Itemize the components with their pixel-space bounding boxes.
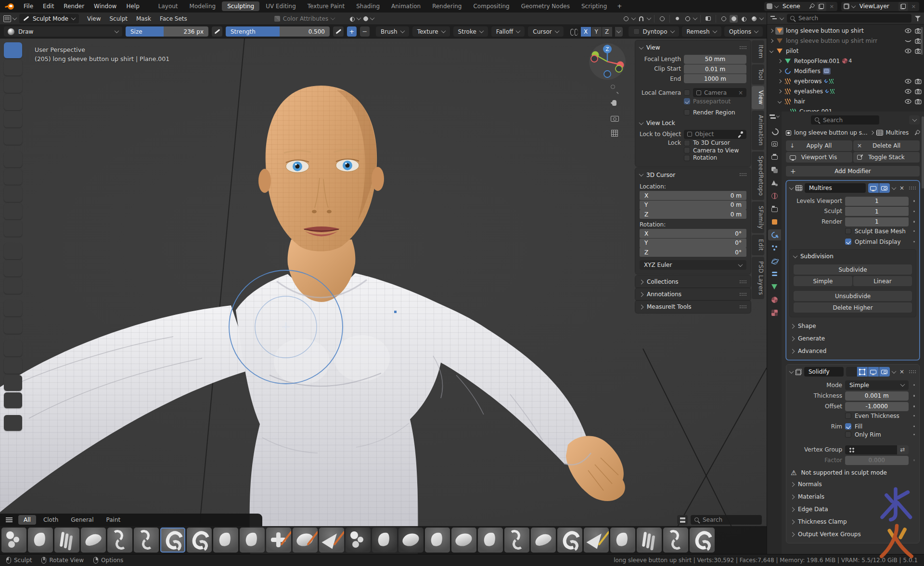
mirror-axis-button[interactable]: Y [591, 27, 602, 37]
render-region-checkbox[interactable] [684, 109, 690, 115]
brush-thumbnail[interactable] [478, 528, 503, 553]
paint-brush-icon[interactable] [4, 60, 22, 75]
collapsed-subpanel[interactable]: Output Vertex Groups [786, 528, 919, 541]
viewport-menu[interactable]: Face Sets [155, 14, 192, 24]
expander-icon[interactable] [778, 59, 782, 63]
size-pressure-icon[interactable] [212, 26, 222, 37]
brush-thumbnail[interactable] [28, 528, 53, 553]
brush-thumbnail[interactable] [637, 528, 662, 553]
expander-icon[interactable] [778, 79, 782, 83]
strength-slider[interactable]: Strength 0.500 [226, 26, 330, 37]
mesh-filter-icon[interactable] [4, 243, 22, 259]
breadcrumb-modifier[interactable]: Multires [886, 129, 909, 136]
delete-all-button[interactable]: ×Delete All [853, 140, 920, 151]
eye-closed-icon[interactable] [905, 38, 911, 44]
perspective-toggle-icon[interactable] [610, 129, 619, 138]
toggle-xray-icon[interactable] [704, 15, 712, 23]
collapsed-subpanel[interactable]: Generate [786, 332, 919, 345]
outliner-row[interactable]: Modifiers [767, 66, 924, 76]
workspace-tab[interactable]: Scripting [576, 1, 612, 11]
cursor-location-field[interactable]: Z0 m [640, 210, 746, 219]
sidebar-tab[interactable]: PSD Layers [752, 257, 764, 300]
view-panel-header[interactable]: View [640, 43, 746, 54]
object-visibility-icon[interactable] [622, 15, 630, 23]
shelf-tab[interactable]: All [18, 515, 36, 525]
collapsed-panel[interactable]: MeasureIt Tools [635, 301, 751, 313]
even-thickness-checkbox[interactable] [845, 413, 851, 419]
strength-pressure-icon[interactable] [333, 26, 344, 37]
navigation-gizmo[interactable]: Z [588, 42, 627, 81]
box-mask-icon[interactable] [4, 151, 22, 167]
shading-rendered-icon[interactable] [750, 15, 758, 23]
clip-start-field[interactable]: 0.01 m [684, 64, 746, 74]
world-tab[interactable] [768, 190, 781, 201]
mirror-options-dropdown[interactable] [615, 27, 623, 37]
color-filter-icon[interactable] [4, 278, 22, 294]
tool-settings-dropdown[interactable]: Cursor [528, 26, 563, 37]
topbar-menu[interactable]: File [19, 1, 38, 11]
move-tool-icon[interactable] [4, 340, 22, 356]
render-levels-field[interactable]: 1 [845, 217, 909, 226]
brush-thumbnail[interactable] [690, 528, 715, 553]
local-camera-checkbox[interactable] [684, 89, 690, 96]
cursor-location-field[interactable]: X0 m [640, 191, 746, 200]
brush-thumbnail[interactable] [1, 528, 26, 553]
focal-length-field[interactable]: 50 mm [684, 55, 746, 64]
tool-settings-dropdown[interactable]: Brush [376, 26, 409, 37]
collapse-icon[interactable] [789, 185, 794, 190]
render-display-toggle[interactable] [879, 367, 890, 377]
tool-settings-dropdown[interactable]: Falloff [491, 26, 525, 37]
output-tab[interactable] [768, 151, 781, 163]
delete-higher-button[interactable]: Delete Higher [794, 302, 912, 313]
properties-search-input[interactable]: Search [811, 115, 879, 125]
drag-handle-icon[interactable] [739, 173, 746, 177]
scene-tab[interactable] [768, 177, 781, 189]
subdivide-button[interactable]: Subdivide [794, 264, 912, 275]
viewlayer-selector[interactable]: ViewLayer × [841, 2, 919, 11]
transform-tool-icon[interactable] [4, 392, 22, 408]
brush-thumbnail[interactable] [451, 528, 476, 553]
drag-handle-icon[interactable] [739, 292, 746, 297]
workspace-tab[interactable]: Texture Paint [302, 1, 350, 11]
camera-icon[interactable] [915, 99, 922, 104]
cursor-rotation-field[interactable]: X0° [640, 229, 746, 238]
brush-thumbnail[interactable] [557, 528, 582, 553]
brush-thumbnail[interactable] [398, 528, 424, 553]
brush-thumbnail[interactable] [346, 528, 371, 553]
expander-icon[interactable] [778, 69, 782, 73]
new-viewlayer-button[interactable] [898, 2, 908, 11]
particles-tab[interactable] [768, 242, 781, 253]
sculpt-base-mesh-checkbox[interactable] [845, 228, 851, 234]
viewport-display-toggle[interactable] [868, 183, 879, 193]
dyntopo-toggle[interactable]: Dyntopo [629, 26, 679, 37]
workspace-tab[interactable]: UV Editing [260, 1, 301, 11]
vertex-group-field[interactable] [845, 445, 897, 454]
expander-icon[interactable] [778, 99, 782, 103]
physics-tab[interactable] [768, 255, 781, 266]
add-workspace-button[interactable]: + [613, 1, 626, 11]
collapsed-subpanel[interactable]: Advanced [786, 345, 919, 357]
cursor-location-field[interactable]: Y0 m [640, 201, 746, 210]
rim-fill-checkbox[interactable] [845, 423, 851, 429]
brush-thumbnail[interactable] [531, 528, 556, 553]
scrollbar[interactable] [922, 116, 924, 189]
close-icon[interactable]: × [898, 185, 906, 191]
annotate-tool-icon[interactable] [4, 415, 22, 431]
apply-all-button[interactable]: ↓Apply All [786, 140, 852, 151]
sidebar-tab[interactable]: Tool [752, 64, 764, 85]
pin-icon[interactable] [915, 130, 920, 135]
outliner-row[interactable]: hair [767, 96, 924, 106]
only-rim-checkbox[interactable] [845, 431, 851, 438]
viewport-vis-button[interactable]: Viewport Vis [786, 152, 852, 163]
topbar-menu[interactable]: Edit [38, 1, 59, 11]
factor-field[interactable]: 0.000 [845, 456, 909, 465]
close-icon[interactable]: × [911, 3, 917, 10]
outliner-row[interactable]: long sleeve button up shirt mirr [767, 36, 924, 46]
workspace-tab[interactable]: Compositing [468, 1, 514, 11]
subdivision-subpanel-header[interactable]: Subdivision [794, 252, 912, 263]
new-scene-button[interactable] [817, 2, 826, 11]
brush-thumbnail[interactable] [240, 528, 265, 553]
dyntopo-checkbox[interactable] [633, 28, 640, 35]
sidebar-tab[interactable]: Item [752, 40, 764, 63]
view-layer-tab[interactable] [768, 164, 781, 176]
